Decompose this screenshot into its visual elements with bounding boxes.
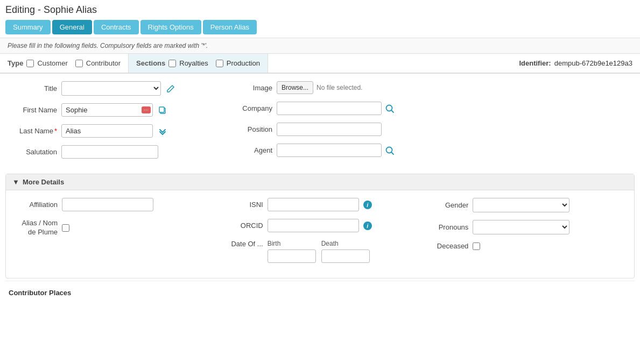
title-select[interactable]: Mr Mrs Ms Dr Prof (61, 81, 161, 96)
death-label: Death (321, 240, 370, 247)
position-input-group (277, 123, 382, 136)
tab-bar: Summary General Contracts Rights Options… (5, 20, 635, 34)
royalties-label: Royalties (179, 59, 208, 67)
lastname-input[interactable] (61, 124, 153, 138)
royalties-checkbox[interactable] (168, 60, 176, 67)
contributor-checkbox[interactable] (75, 60, 83, 67)
page-title: Editing - Sophie Alias (5, 4, 635, 16)
tab-contracts[interactable]: Contracts (94, 20, 139, 34)
title-input-group: Mr Mrs Ms Dr Prof (61, 81, 219, 96)
lastname-field-row: Last Name* (9, 124, 219, 138)
date-fields: Birth Death (268, 240, 370, 263)
death-field-group: Death (321, 240, 370, 263)
tab-person-alias[interactable]: Person Alias (203, 20, 257, 34)
company-label: Company (235, 104, 272, 112)
divider (5, 281, 635, 281)
tab-summary[interactable]: Summary (5, 20, 51, 34)
agent-search-button[interactable] (385, 146, 395, 155)
firstname-dots-button[interactable]: ··· (142, 106, 151, 113)
company-input-group (277, 102, 395, 115)
customer-checkbox[interactable] (26, 60, 34, 67)
birth-input[interactable] (268, 249, 316, 263)
orcid-input[interactable] (268, 219, 359, 232)
firstname-field-row: First Name Sophie ··· (9, 103, 219, 117)
orcid-info-icon: i (363, 222, 372, 230)
deceased-label: Deceased (425, 242, 468, 250)
alias-label: Alias / Nom de Plume (15, 219, 58, 237)
company-search-button[interactable] (385, 104, 395, 113)
more-details-col3: Gender Male Female Other Pronouns Deceas… (425, 198, 625, 270)
svg-line-5 (391, 152, 393, 154)
tab-general[interactable]: General (52, 20, 92, 34)
pronouns-label: Pronouns (425, 223, 468, 231)
more-details-section: ▼ More Details Affiliation Alias / Nom d… (5, 174, 635, 279)
more-details-header[interactable]: ▼ More Details (6, 174, 634, 190)
position-input[interactable] (277, 123, 382, 136)
date-of-field-row: Date Of ... Birth Death (220, 240, 420, 263)
agent-label: Agent (235, 146, 272, 154)
firstname-input[interactable]: Sophie (61, 103, 153, 117)
firstname-input-group: Sophie ··· (61, 103, 219, 117)
type-bar: Type Customer Contributor Sections Royal… (0, 54, 640, 74)
agent-input[interactable] (277, 144, 382, 157)
contributor-label: Contributor (86, 59, 121, 67)
more-details-arrow: ▼ (12, 178, 19, 186)
isni-field-row: ISNI i (220, 198, 420, 211)
sections-section: Sections Royalties Production (129, 54, 268, 73)
deceased-checkbox[interactable] (473, 242, 480, 250)
affiliation-label: Affiliation (15, 201, 58, 209)
customer-label: Customer (37, 59, 67, 67)
page-header: Editing - Sophie Alias Summary General C… (0, 0, 640, 38)
tab-rights-options[interactable]: Rights Options (140, 20, 201, 34)
date-of-label: Date Of ... (220, 240, 263, 248)
sections-label: Sections (136, 59, 165, 67)
more-details-label: More Details (23, 178, 64, 186)
more-details-col1: Affiliation Alias / Nom de Plume (15, 198, 215, 270)
firstname-input-wrap: Sophie ··· (61, 103, 153, 117)
image-field-row: Image Browse... No file selected. (235, 81, 631, 94)
lastname-expand-button[interactable] (156, 126, 169, 137)
firstname-label: First Name (9, 106, 57, 114)
image-input-group: Browse... No file selected. (277, 81, 362, 94)
affiliation-input[interactable] (62, 198, 153, 211)
alias-field-row: Alias / Nom de Plume (15, 219, 215, 237)
form-left: Title Mr Mrs Ms Dr Prof First Name (9, 81, 219, 166)
more-details-body: Affiliation Alias / Nom de Plume ISNI i … (6, 190, 634, 278)
birth-label: Birth (268, 240, 316, 247)
gender-select[interactable]: Male Female Other (473, 198, 569, 212)
salutation-input[interactable] (61, 145, 158, 159)
title-label: Title (9, 84, 57, 92)
alias-checkbox[interactable] (62, 224, 69, 232)
required-star: * (54, 127, 57, 135)
orcid-label: ORCID (220, 222, 263, 230)
image-label: Image (235, 84, 272, 92)
identifier-section: Identifier: dempub-672b9e1e129a3 (511, 54, 640, 73)
title-field-row: Title Mr Mrs Ms Dr Prof (9, 81, 219, 96)
company-input[interactable] (277, 102, 382, 115)
firstname-copy-button[interactable] (156, 105, 169, 116)
title-edit-button[interactable] (164, 83, 177, 94)
pronouns-select[interactable] (473, 220, 569, 234)
company-field-row: Company (235, 102, 631, 115)
position-label: Position (235, 125, 272, 133)
production-checkbox[interactable] (216, 60, 223, 67)
info-bar: Please fill in the following fields. Com… (0, 38, 640, 54)
identifier-value: dempub-672b9e1e129a3 (554, 59, 632, 67)
isni-info-icon: i (363, 201, 372, 209)
salutation-label: Salutation (9, 148, 57, 156)
gender-field-row: Gender Male Female Other (425, 198, 625, 212)
browse-button[interactable]: Browse... (277, 81, 313, 94)
isni-label: ISNI (220, 201, 263, 209)
deceased-field-row: Deceased (425, 242, 625, 250)
svg-rect-1 (159, 107, 164, 112)
gender-label: Gender (425, 201, 468, 209)
isni-input[interactable] (268, 198, 359, 211)
svg-line-3 (391, 110, 393, 112)
type-section: Type Customer Contributor (0, 54, 129, 73)
no-file-text: No file selected. (317, 84, 362, 91)
death-input[interactable] (321, 249, 370, 263)
page-header-inner: Editing - Sophie Alias Summary General C… (0, 0, 640, 38)
birth-field-group: Birth (268, 240, 316, 263)
agent-input-group (277, 144, 395, 157)
lastname-label: Last Name* (9, 127, 57, 135)
